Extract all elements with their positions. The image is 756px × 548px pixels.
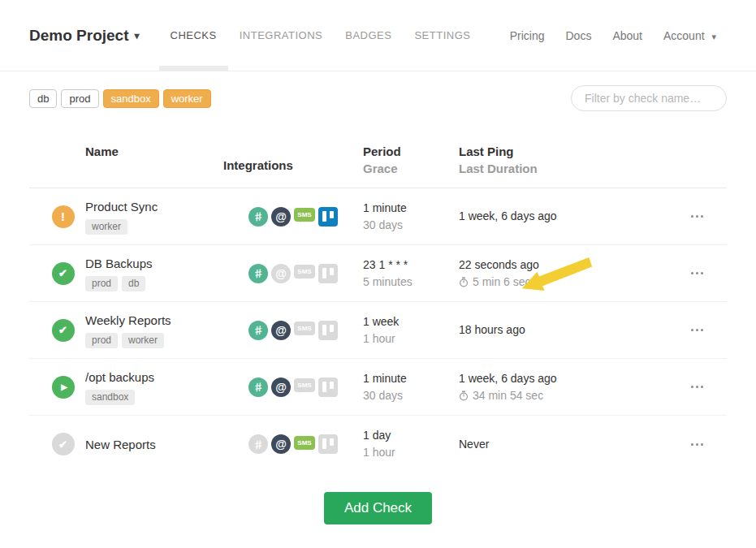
trello-icon[interactable] [318, 321, 338, 340]
check-row[interactable]: ✔ Weekly Reports prodworker #@SMS 1 week… [29, 302, 727, 359]
last-ping-value: Never [459, 436, 654, 453]
duration-text: 5 min 6 sec [473, 274, 531, 291]
row-menu-button[interactable] [688, 438, 706, 451]
check-name-filter-input[interactable] [571, 85, 727, 111]
integration-icons: #@SMS [223, 245, 363, 301]
tab-badges[interactable]: BADGES [334, 0, 403, 71]
row-menu-button[interactable] [688, 267, 706, 279]
add-check-button[interactable]: Add Check [324, 492, 432, 524]
check-tag: prod [85, 276, 118, 291]
link-docs[interactable]: Docs [555, 29, 602, 42]
slack-icon[interactable]: # [248, 321, 268, 340]
check-name: DB Backups [85, 256, 223, 271]
site-links: Pricing Docs About Account ▾ [499, 0, 727, 71]
last-ping-value: 1 week, 6 days ago [459, 370, 654, 387]
project-title: Demo Project [29, 27, 128, 45]
grace-value: 5 minutes [363, 274, 459, 291]
check-tags: proddb [85, 276, 223, 291]
checks-table: Name Integrations Period Grace Last Ping… [29, 136, 727, 472]
row-menu-button[interactable] [688, 381, 706, 393]
check-tags: worker [85, 219, 223, 235]
status-icon[interactable]: ! [52, 205, 75, 228]
check-row[interactable]: ✔ New Reports #@SMS 1 day 1 hour Never [29, 416, 727, 472]
sms-icon[interactable]: SMS [294, 208, 315, 222]
project-tabs: CHECKS INTEGRATIONS BADGES SETTINGS [159, 0, 482, 71]
period-value: 1 minute [363, 200, 459, 217]
header-grace: Grace [363, 160, 459, 177]
grace-value: 30 days [363, 387, 459, 404]
trello-icon[interactable] [318, 207, 338, 227]
status-icon[interactable]: ▶ [52, 376, 75, 399]
trello-icon[interactable] [318, 434, 338, 454]
slack-icon[interactable]: # [248, 378, 268, 397]
check-row[interactable]: ▶ /opt backups sandbox #@SMS 1 minute 30… [29, 359, 727, 416]
tag-filter-sandbox[interactable]: sandbox [103, 89, 159, 108]
row-menu-button[interactable] [688, 210, 706, 222]
email-icon[interactable]: @ [271, 207, 291, 227]
tab-integrations[interactable]: INTEGRATIONS [228, 0, 335, 71]
header-integrations: Integrations [223, 157, 293, 174]
slack-icon[interactable]: # [248, 434, 268, 454]
last-ping-value: 22 seconds ago [459, 257, 654, 274]
check-tags: prodworker [85, 333, 223, 348]
email-icon[interactable]: @ [271, 378, 291, 397]
status-icon[interactable]: ✔ [52, 262, 75, 285]
account-menu[interactable]: Account ▾ [653, 29, 727, 42]
link-pricing[interactable]: Pricing [499, 29, 555, 42]
project-switcher[interactable]: Demo Project ▾ [29, 0, 140, 71]
filter-bar: db prod sandbox worker [29, 85, 727, 111]
tag-filter-worker[interactable]: worker [163, 89, 211, 108]
trello-icon[interactable] [318, 264, 338, 283]
integration-icons: #@SMS [223, 416, 363, 472]
last-duration-value: 5 min 6 sec [459, 274, 654, 291]
check-tag: sandbox [85, 390, 135, 405]
check-name: New Reports [85, 437, 223, 452]
link-about[interactable]: About [602, 29, 653, 42]
check-name: Product Sync [85, 199, 223, 214]
actions-bar: Add Check [0, 492, 756, 524]
tab-settings[interactable]: SETTINGS [403, 0, 482, 71]
email-icon[interactable]: @ [271, 434, 291, 454]
sms-icon[interactable]: SMS [294, 436, 315, 450]
row-menu-button[interactable] [688, 324, 706, 336]
email-icon[interactable]: @ [271, 264, 291, 283]
header-name: Name [85, 143, 223, 160]
email-icon[interactable]: @ [271, 321, 291, 340]
sms-icon[interactable]: SMS [294, 378, 315, 392]
tab-checks[interactable]: CHECKS [159, 0, 228, 71]
period-value: 1 day [363, 427, 459, 444]
check-tag: worker [85, 219, 127, 235]
stopwatch-icon [459, 391, 469, 401]
check-row[interactable]: ✔ DB Backups proddb #@SMS 23 1 * * * 5 m… [29, 245, 727, 302]
last-ping-value: 18 hours ago [459, 321, 654, 339]
chevron-down-icon: ▾ [711, 32, 716, 41]
tag-filter-prod[interactable]: prod [61, 89, 98, 108]
check-name: /opt backups [85, 369, 223, 385]
period-value: 23 1 * * * [363, 257, 459, 274]
period-value: 1 week [363, 313, 459, 330]
duration-text: 34 min 54 sec [473, 387, 543, 404]
trello-icon[interactable] [318, 378, 338, 397]
status-icon[interactable]: ✔ [52, 433, 75, 455]
check-tag: worker [122, 333, 164, 348]
account-label: Account [663, 29, 705, 42]
check-row[interactable]: ! Product Sync worker #@SMS 1 minute 30 … [29, 188, 727, 245]
check-name: Weekly Reports [85, 313, 223, 328]
check-tag: db [122, 276, 145, 291]
slack-icon[interactable]: # [248, 264, 268, 283]
header-period: Period [363, 143, 459, 160]
top-navigation: Demo Project ▾ CHECKS INTEGRATIONS BADGE… [0, 0, 756, 71]
check-tag: prod [85, 333, 118, 348]
status-icon[interactable]: ✔ [52, 319, 75, 342]
sms-icon[interactable]: SMS [294, 321, 315, 335]
grace-value: 30 days [363, 217, 459, 234]
tag-filter-db[interactable]: db [29, 89, 57, 108]
chevron-down-icon: ▾ [134, 30, 139, 41]
last-duration-value: 34 min 54 sec [459, 387, 654, 404]
header-last-duration: Last Duration [459, 160, 654, 177]
grace-value: 1 hour [363, 444, 459, 461]
check-tags: sandbox [85, 390, 223, 405]
sms-icon[interactable]: SMS [294, 265, 315, 278]
check-rows: ! Product Sync worker #@SMS 1 minute 30 … [29, 188, 727, 472]
slack-icon[interactable]: # [248, 207, 268, 227]
